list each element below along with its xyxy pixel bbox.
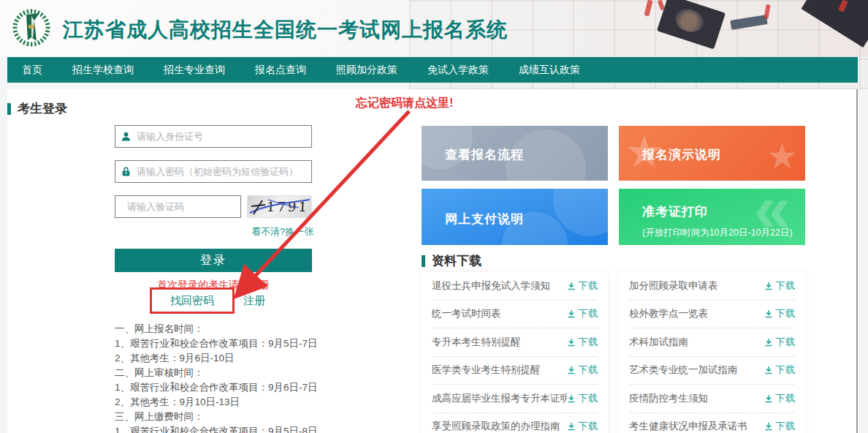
captcha-image[interactable]: 1791	[247, 195, 312, 218]
forgot-password-highlight-box: 找回密码	[150, 287, 235, 314]
nav-item-major-query[interactable]: 招生专业查询	[164, 64, 225, 77]
captcha-input[interactable]	[127, 201, 256, 212]
schedule-line: 1、艰苦行业和校企合作改革项目：9月6日-7日	[115, 380, 318, 395]
login-section-title: 考生登录	[18, 100, 67, 117]
downloads-right-column: 加分照顾录取申请表下载校外教学点一览表下载术科加试指南下载艺术类专业统一加试指南…	[619, 272, 805, 433]
main-nav: 首页 招生学校查询 招生专业查询 报名点查询 照顾加分政策 免试入学政策 成绩互…	[7, 57, 858, 83]
forgot-password-annotation: 忘记密码请点这里!	[356, 96, 453, 111]
card-online-payment[interactable]: 网上支付说明	[422, 189, 608, 245]
download-link[interactable]: 下载	[567, 336, 598, 349]
download-link-label: 下载	[578, 392, 598, 405]
download-link-label: 下载	[578, 364, 598, 377]
download-link-label: 下载	[578, 420, 598, 433]
download-icon	[764, 422, 773, 431]
schedule-line: 二、网上审核时间：	[115, 366, 318, 380]
download-file-name: 术科加试指南	[629, 336, 688, 349]
section-accent-bar	[7, 103, 11, 115]
downloads-section-title: 资料下载	[432, 252, 481, 269]
download-file-name: 成高应届毕业生报考专升本证明	[432, 392, 567, 405]
nav-item-site-query[interactable]: 报名点查询	[255, 64, 306, 77]
download-icon	[567, 394, 576, 403]
card-view-process[interactable]: 查看报名流程	[422, 126, 608, 181]
download-file-name: 考生健康状况申报及承诺书	[629, 420, 747, 433]
download-file-name: 加分照顾录取申请表	[629, 279, 718, 293]
download-file-name: 校外教学点一览表	[629, 307, 708, 320]
card-decoration: ★	[766, 139, 798, 174]
download-link-label: 下载	[775, 336, 795, 349]
nav-item-home[interactable]: 首页	[22, 64, 42, 77]
graduation-cap-image	[730, 15, 767, 30]
download-icon	[567, 338, 576, 347]
schedule-text: 一、网上报名时间： 1、艰苦行业和校企合作改革项目：9月5日-7日 2、其他考生…	[115, 322, 318, 433]
schedule-line: 三、网上缴费时间：	[115, 410, 318, 424]
download-link[interactable]: 下载	[764, 307, 795, 320]
download-icon	[764, 394, 773, 403]
download-row: 医学类专业考生特别提醒下载	[432, 357, 598, 385]
download-link-label: 下载	[775, 420, 795, 433]
download-link[interactable]: 下载	[567, 307, 598, 320]
card-label: 报名演示说明	[642, 146, 721, 163]
downloads-section-header: 资料下载	[422, 252, 481, 269]
download-link[interactable]: 下载	[764, 364, 795, 377]
captcha-noise	[248, 196, 313, 219]
download-link-label: 下载	[775, 364, 795, 377]
nav-item-bonus-policy[interactable]: 照顾加分政策	[336, 64, 397, 77]
nav-item-score-policy[interactable]: 成绩互认政策	[519, 64, 580, 77]
download-row: 加分照顾录取申请表下载	[629, 272, 795, 301]
forgot-password-link[interactable]: 找回密码	[170, 294, 214, 308]
card-sublabel: (开放打印时间为10月20日-10月22日)	[642, 227, 793, 239]
schedule-line: 1、艰苦行业和校企合作改革项目：9月5日-8日	[115, 424, 318, 433]
id-number-input[interactable]	[137, 131, 305, 142]
download-link[interactable]: 下载	[567, 420, 598, 433]
section-accent-bar	[422, 255, 425, 267]
download-link[interactable]: 下载	[567, 392, 598, 405]
page: 江苏省成人高校招生全国统一考试网上报名系统 首页 招生学校查询 招生专业查询 报…	[0, 0, 868, 433]
card-demo-instructions[interactable]: ★ ★ 报名演示说明	[619, 126, 805, 181]
download-icon	[567, 366, 576, 374]
card-label: 网上支付说明	[445, 211, 524, 227]
graduation-cap-image	[802, 0, 868, 48]
captcha-field-wrap	[115, 195, 241, 218]
download-row: 退役士兵申报免试入学须知下载	[432, 272, 598, 301]
download-link[interactable]: 下载	[764, 420, 795, 433]
download-link[interactable]: 下载	[764, 336, 795, 349]
schedule-line: 一、网上报名时间：	[115, 322, 318, 336]
download-row: 专升本考生特别提醒下载	[432, 328, 598, 357]
ribbon-decoration	[644, 0, 652, 17]
download-icon	[764, 282, 773, 290]
lock-icon	[121, 167, 131, 176]
password-field-wrap	[115, 160, 312, 183]
graduation-cap-image	[657, 0, 726, 49]
download-row: 校外教学点一览表下载	[629, 301, 795, 329]
download-icon	[764, 338, 773, 347]
download-link[interactable]: 下载	[567, 364, 598, 377]
card-label: 准考证打印	[642, 203, 708, 220]
download-link[interactable]: 下载	[764, 279, 795, 293]
download-link-label: 下载	[775, 279, 795, 293]
ribbon-decoration	[764, 4, 770, 20]
register-link[interactable]: 注册	[243, 294, 265, 308]
download-link[interactable]: 下载	[567, 279, 598, 293]
login-section-header: 考生登录	[7, 100, 67, 117]
download-file-name: 享受照顾录取政策的办理指南	[432, 420, 560, 433]
download-link-label: 下载	[775, 392, 795, 405]
captcha-refresh-link[interactable]: 看不清?换一张	[251, 225, 313, 238]
download-row: 术科加试指南下载	[629, 328, 795, 357]
card-admission-ticket-print[interactable]: « 准考证打印 (开放打印时间为10月20日-10月22日)	[619, 189, 805, 245]
password-input[interactable]	[137, 166, 305, 177]
schedule-line: 2、其他考生：9月6日-10日	[115, 351, 318, 366]
download-row: 考生健康状况申报及承诺书下载	[629, 413, 795, 433]
download-link[interactable]: 下载	[764, 392, 795, 405]
download-row: 享受照顾录取政策的办理指南下载	[432, 413, 598, 433]
download-file-name: 疫情防控考生须知	[629, 392, 708, 405]
download-icon	[567, 282, 576, 290]
download-file-name: 统一考试时间表	[432, 307, 501, 320]
nav-item-school-query[interactable]: 招生学校查询	[72, 64, 134, 77]
login-button[interactable]: 登录	[115, 249, 312, 272]
download-file-name: 艺术类专业统一加试指南	[629, 364, 738, 377]
nav-item-exempt-policy[interactable]: 免试入学政策	[427, 64, 489, 77]
download-file-name: 医学类专业考生特别提醒	[432, 364, 541, 377]
download-link-label: 下载	[578, 336, 598, 349]
card-label: 查看报名流程	[445, 146, 524, 163]
schedule-line: 1、艰苦行业和校企合作改革项目：9月5日-7日	[115, 336, 318, 351]
